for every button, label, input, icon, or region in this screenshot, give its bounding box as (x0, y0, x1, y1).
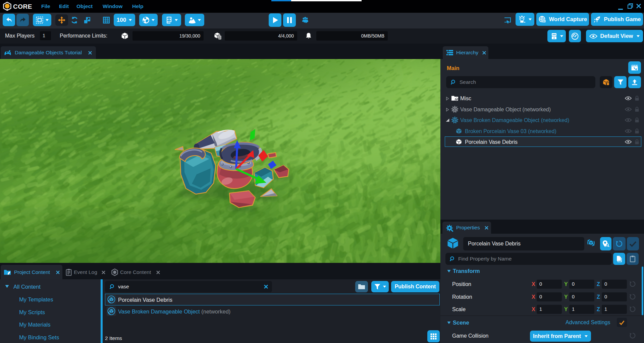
svg-text:<>: <> (167, 18, 171, 21)
